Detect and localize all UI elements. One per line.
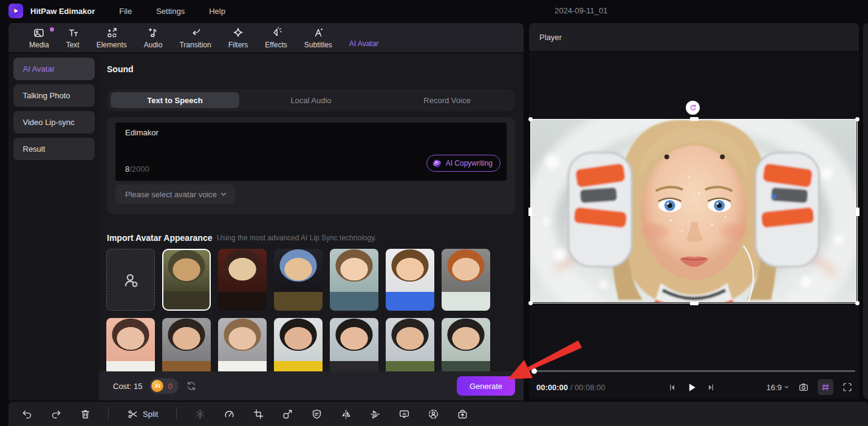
aspect-ratio-select[interactable]: 16:9 bbox=[767, 383, 790, 392]
ribbon-tab-label: Transition bbox=[179, 41, 211, 49]
menu-settings[interactable]: Settings bbox=[156, 7, 185, 16]
ribbon-tab-text[interactable]: Text bbox=[58, 23, 88, 52]
avatar-voice-select[interactable]: Please select avatar voice bbox=[115, 184, 235, 204]
subtitles-icon bbox=[312, 27, 324, 39]
refresh-credits-icon[interactable] bbox=[186, 380, 197, 391]
play-icon[interactable] bbox=[685, 381, 698, 394]
tool-flip-h-button[interactable] bbox=[331, 402, 360, 426]
tool-mask-button[interactable] bbox=[302, 402, 331, 426]
person-add-icon bbox=[121, 271, 140, 289]
ribbon-tab-effects[interactable]: Effects bbox=[256, 23, 295, 52]
rotate-handle[interactable] bbox=[686, 101, 700, 115]
tool-flip-v-button[interactable] bbox=[360, 402, 389, 426]
current-time: 00:00:00 bbox=[536, 383, 568, 392]
cost-label: Cost: 15 bbox=[113, 382, 142, 391]
avatar-thumb-woman-olive-shirt[interactable] bbox=[386, 318, 434, 380]
sidebar-item-ai-avatar[interactable]: AI Avatar bbox=[13, 58, 95, 80]
elements-icon bbox=[106, 27, 118, 39]
tool-export-button[interactable] bbox=[448, 402, 477, 426]
tool-redo-button[interactable] bbox=[41, 402, 70, 426]
sidebar-item-talking-photo[interactable]: Talking Photo bbox=[13, 84, 95, 107]
resize-handle-bottom-left[interactable] bbox=[528, 301, 533, 305]
ribbon-tab-label: Filters bbox=[228, 41, 248, 49]
resize-handle-right[interactable] bbox=[856, 208, 859, 216]
import-avatar-subtitle: Using the most advanced AI Lip Sync tech… bbox=[217, 234, 377, 242]
grid-toggle-button[interactable] bbox=[818, 379, 833, 395]
player-header: Player bbox=[529, 23, 859, 52]
avatar-thumb-cartoon-boy-hoodie[interactable] bbox=[386, 249, 434, 311]
tool-crop-button[interactable] bbox=[244, 402, 273, 426]
ai-coin-icon: AI bbox=[151, 380, 163, 392]
snapshot-camera-icon[interactable] bbox=[798, 382, 809, 393]
fullscreen-icon[interactable] bbox=[842, 382, 853, 393]
menu-file[interactable]: File bbox=[119, 7, 132, 16]
avatar-thumb-shakespeare[interactable] bbox=[218, 249, 267, 311]
transport-controls bbox=[668, 377, 716, 397]
tool-face-detect-button[interactable] bbox=[419, 402, 448, 426]
tool-undo-button[interactable] bbox=[12, 402, 41, 426]
tool-trash-button[interactable] bbox=[70, 402, 100, 426]
script-text-input[interactable]: Edimakor 8/2000 AI Copywriting bbox=[115, 123, 507, 181]
avatar-thumb-woman-yellow-tee[interactable] bbox=[274, 318, 323, 380]
ribbon-tab-media[interactable]: Media bbox=[21, 23, 58, 52]
resize-handle-top-left[interactable] bbox=[528, 117, 533, 121]
ribbon-tab-audio[interactable]: Audio bbox=[135, 23, 171, 52]
tool-transform-button[interactable] bbox=[273, 402, 302, 426]
mask-icon bbox=[311, 408, 323, 420]
avatar-grid-row-2 bbox=[106, 318, 516, 380]
avatar-thumb-woman-peach-bg[interactable] bbox=[106, 318, 155, 380]
ribbon-tab-label: Audio bbox=[144, 41, 163, 49]
transform-icon bbox=[282, 408, 293, 420]
avatar-thumb-woman-ponytail[interactable] bbox=[218, 318, 267, 380]
avatar-thumb-woman-green-shirt[interactable] bbox=[442, 318, 490, 380]
credit-count: 0 bbox=[168, 382, 172, 391]
ribbon-tab-transition[interactable]: Transition bbox=[171, 23, 219, 52]
undo-icon bbox=[21, 408, 33, 420]
tool-freeze-button[interactable] bbox=[185, 402, 214, 426]
avatar-thumb-woman-updo-coat[interactable] bbox=[162, 318, 211, 380]
sound-tab-local-audio[interactable]: Local Audio bbox=[247, 92, 375, 108]
flip-h-icon bbox=[340, 408, 352, 420]
sidebar-item-result[interactable]: Result bbox=[13, 138, 95, 160]
avatar-upload-tile[interactable] bbox=[106, 249, 155, 311]
avatar-thumb-mona-lisa[interactable] bbox=[162, 249, 211, 311]
resize-handle-bottom-right[interactable] bbox=[855, 301, 859, 305]
preview-scrubber[interactable] bbox=[533, 370, 855, 372]
resize-handle-bottom[interactable] bbox=[690, 302, 699, 305]
ribbon-tab-elements[interactable]: Elements bbox=[88, 23, 135, 52]
title-bar: HitPaw Edimakor File Settings Help 2024-… bbox=[0, 0, 868, 22]
sound-tab-text-to-speech[interactable]: Text to Speech bbox=[111, 92, 239, 108]
speed-icon bbox=[224, 408, 235, 420]
resize-handle-top-right[interactable] bbox=[855, 117, 859, 121]
avatar-thumb-cartoon-girl-glasses[interactable] bbox=[330, 249, 378, 311]
collapsed-side-panel-edge[interactable] bbox=[863, 23, 868, 399]
avatar-thumb-pearl-earring-girl[interactable] bbox=[274, 249, 323, 311]
video-canvas[interactable] bbox=[530, 119, 858, 303]
avatar-thumb-redhead-woman[interactable] bbox=[442, 249, 490, 311]
resize-handle-top[interactable] bbox=[690, 117, 699, 121]
sidebar-item-video-lip-sync[interactable]: Video Lip-sync bbox=[13, 111, 95, 134]
resize-handle-left[interactable] bbox=[528, 208, 532, 216]
next-frame-icon[interactable] bbox=[705, 382, 716, 393]
sound-heading: Sound bbox=[107, 64, 134, 74]
player-panel: Player bbox=[529, 23, 859, 399]
tool-ai-subtitle-button[interactable]: AI bbox=[389, 402, 419, 426]
playhead-knob[interactable] bbox=[531, 368, 537, 374]
avatar-thumb-woman-bangs[interactable] bbox=[330, 318, 378, 380]
total-time: 00:08:00 bbox=[575, 383, 606, 392]
ribbon-tab-filters[interactable]: Filters bbox=[220, 23, 257, 52]
ribbon-tab-label: Effects bbox=[265, 41, 287, 49]
tool-scissors-button[interactable]: Split bbox=[117, 402, 168, 426]
sound-tab-bar: Text to SpeechLocal AudioRecord Voice bbox=[107, 89, 515, 111]
project-title: 2024-09-11_01 bbox=[555, 6, 607, 15]
ai-copywriting-button[interactable]: AI Copywriting bbox=[426, 155, 501, 172]
ribbon-tab-ai-avatar[interactable]: AI Avatar bbox=[341, 23, 387, 52]
previous-frame-icon[interactable] bbox=[668, 382, 678, 393]
generate-button[interactable]: Generate bbox=[457, 376, 515, 396]
sound-tab-record-voice[interactable]: Record Voice bbox=[383, 92, 511, 108]
generate-footer-bar: Cost: 15 AI 0 Generate bbox=[99, 371, 524, 401]
grid-icon bbox=[821, 382, 830, 392]
menu-help[interactable]: Help bbox=[209, 7, 225, 16]
tool-speed-button[interactable] bbox=[214, 402, 244, 426]
ribbon-tab-subtitles[interactable]: Subtitles bbox=[296, 23, 341, 52]
